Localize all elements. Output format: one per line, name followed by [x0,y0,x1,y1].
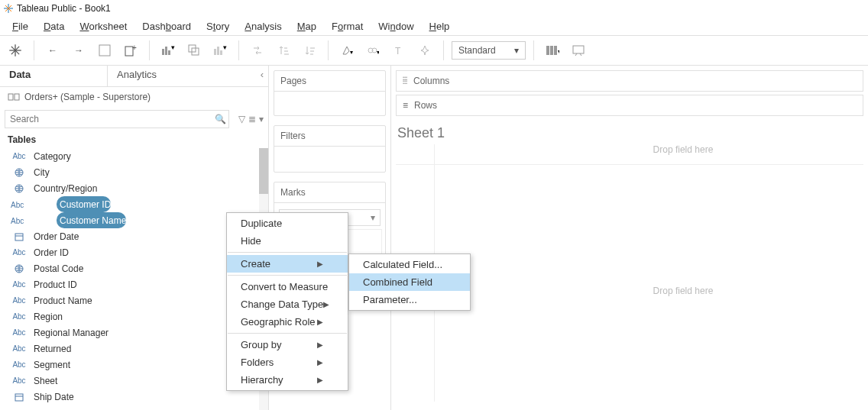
datasource-row[interactable]: Orders+ (Sample - Superstore) [0,87,268,107]
svg-rect-12 [165,47,167,55]
svg-text:+: + [132,44,137,52]
field-customer-id[interactable]: Customer ID [57,196,111,212]
new-data-button[interactable]: + [120,40,141,61]
field-type-icon: Abc [11,360,28,369]
field-type-icon [11,184,28,193]
ctx-parameter[interactable]: Parameter... [349,291,470,308]
fit-dropdown[interactable]: Standard ▾ [452,41,526,60]
field-type-icon: Abc [11,344,28,353]
svg-rect-11 [162,49,164,55]
submenu-arrow-icon: ▶ [317,260,323,268]
search-icon[interactable]: 🔍 [212,114,228,124]
ctx-convert[interactable]: Convert to Measure [227,278,348,295]
ctx-group-by[interactable]: Group by▶ [227,336,348,354]
clear-button[interactable]: ▾ [209,40,231,61]
redo-button[interactable]: → [68,40,89,61]
menu-worksheet[interactable]: Worksheet [72,19,134,34]
field-customer-name[interactable]: Customer Name [57,212,126,228]
svg-rect-27 [550,46,553,55]
rows-shelf[interactable]: ≡ Rows [396,95,863,116]
tables-header: Tables [0,131,268,148]
ctx-hide[interactable]: Hide [227,232,348,250]
save-button[interactable] [94,40,115,61]
canvas: ⦙⦙⦙ Columns ≡ Rows Sheet 1 Drop field he… [391,66,868,410]
ctx-combined-field[interactable]: Combined Field [349,273,470,291]
field-ship-date[interactable]: Ship Date [0,389,268,405]
svg-rect-31 [8,94,13,100]
field-type-icon: Abc [11,376,28,385]
menu-dashboard[interactable]: Dashboard [134,19,199,34]
undo-button[interactable]: ← [42,40,63,61]
group-button[interactable]: ▾ [362,40,384,61]
menu-window[interactable]: Window [371,19,421,34]
field-type-icon: Abc [11,152,28,160]
ctx-duplicate[interactable]: Duplicate [227,215,348,232]
ctx-change-type[interactable]: Change Data Type▶ [227,295,348,313]
ctx-geo-role[interactable]: Geographic Role▶ [227,313,348,331]
svg-rect-26 [546,46,549,55]
svg-rect-28 [554,46,557,55]
new-worksheet-button[interactable]: ▾ [157,40,179,61]
show-me-button[interactable]: ▾ [542,40,563,61]
pin-button[interactable] [414,40,436,61]
ctx-create[interactable]: Create▶ [227,255,348,273]
presentation-button[interactable] [568,40,589,61]
sheet-title[interactable]: Sheet 1 [396,122,863,144]
field-city[interactable]: City [0,164,268,180]
view-icon[interactable]: ≣ [248,114,256,124]
field-category[interactable]: AbcCategory [0,148,268,164]
collapse-icon[interactable]: ‹ [261,69,264,80]
chevron-down-icon: ▾ [514,45,519,56]
create-submenu: Calculated Field... Combined Field Param… [348,253,471,311]
scrollbar-thumb[interactable] [259,148,268,194]
field-type-icon [11,232,28,241]
tableau-icon[interactable] [5,40,26,61]
ctx-folders[interactable]: Folders▶ [227,354,348,371]
svg-rect-8 [99,45,110,56]
swap-button[interactable] [247,40,268,61]
ctx-hierarchy[interactable]: Hierarchy▶ [227,371,348,389]
menu-analysis[interactable]: Analysis [237,19,289,34]
menu-help[interactable]: Help [422,19,458,34]
menu-format[interactable]: Format [324,19,371,34]
duplicate-button[interactable] [183,40,205,61]
drop-hint-main: Drop field here [653,286,714,296]
tab-analytics[interactable]: Analytics ‹ [107,66,268,86]
field-type-icon: Abc [11,296,28,305]
fit-label: Standard [458,45,496,56]
svg-rect-32 [15,94,19,100]
field-type-icon [11,264,28,273]
filter-icon[interactable]: ▽ [238,114,245,124]
menu-map[interactable]: Map [290,19,324,34]
svg-text:▾: ▾ [350,49,353,56]
tableau-logo-icon [3,3,14,14]
drop-hint-top: Drop field here [653,144,714,155]
menu-story[interactable]: Story [199,19,237,34]
field-type-icon: Abc [11,312,28,321]
columns-icon: ⦙⦙⦙ [403,76,407,86]
tab-data[interactable]: Data [0,66,107,86]
svg-text:▾: ▾ [558,48,559,55]
ctx-calc-field[interactable]: Calculated Field... [349,256,470,273]
svg-text:▾: ▾ [223,44,227,51]
field-country-region[interactable]: Country/Region [0,180,268,196]
sort-asc-button[interactable] [273,40,294,61]
menu-data[interactable]: Data [36,19,72,34]
chevron-down-icon[interactable]: ▾ [259,114,264,124]
svg-rect-18 [217,47,219,55]
pages-shelf[interactable]: Pages [274,70,386,116]
columns-shelf[interactable]: ⦙⦙⦙ Columns [396,70,863,92]
highlight-button[interactable]: ▾ [336,40,358,61]
menu-bar: File Data Worksheet Dashboard Story Anal… [0,17,868,35]
field-type-icon [11,168,28,177]
label-button[interactable]: T [388,40,410,61]
filters-shelf[interactable]: Filters [274,125,386,173]
menu-file[interactable]: File [5,19,36,34]
sort-desc-button[interactable] [299,40,320,61]
datasource-icon [8,92,20,102]
search-input[interactable] [5,114,212,124]
field-type-icon: Abc [0,215,28,226]
field-type-icon: Abc [11,248,28,257]
svg-text:T: T [395,46,401,56]
datasource-label: Orders+ (Sample - Superstore) [24,92,151,102]
